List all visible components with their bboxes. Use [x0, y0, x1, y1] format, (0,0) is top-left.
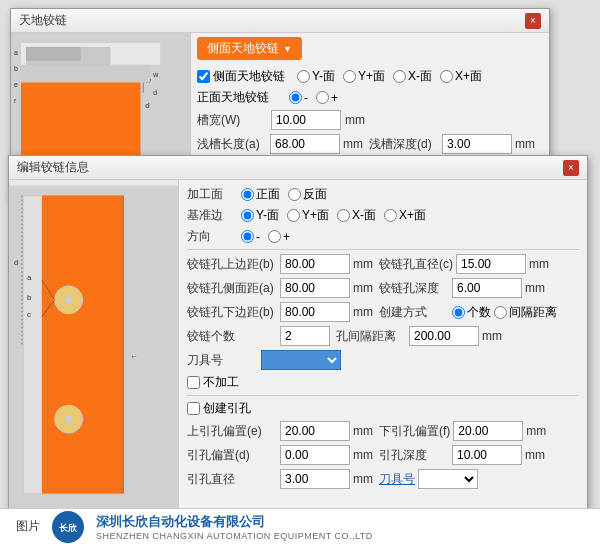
create-hole-row: 创建引孔: [187, 400, 579, 417]
top-dist-input[interactable]: [280, 254, 350, 274]
spacing-col: 孔间隔距离 mm: [336, 326, 502, 346]
base-y-minus[interactable]: Y-面: [241, 207, 279, 224]
face-y-plus-label: Y+面: [358, 68, 385, 85]
dia-col: 铰链孔直径(c) mm: [379, 254, 549, 274]
a-label: 浅槽长度(a): [197, 136, 267, 153]
bottom-bar: 图片 长欣 深圳长欣自动化设备有限公司 SHENZHEN CHANGXIN AU…: [0, 508, 600, 544]
guide-offset-label: 引孔偏置(d): [187, 447, 277, 464]
svg-text:a: a: [27, 273, 32, 282]
bottom-window: 编辑铰链信息 × d a b c: [8, 155, 588, 530]
bottom-diagram-svg: d a b c ← TnE: [9, 180, 178, 529]
base-row: 基准边 Y-面 Y+面 X-面: [187, 207, 579, 224]
bot-tool-select[interactable]: [261, 350, 341, 370]
dir-label: 方向: [187, 228, 237, 245]
depth-label: 铰链孔深度: [379, 280, 449, 297]
guide-dia-input[interactable]: [280, 469, 350, 489]
top-window-title: 天地铰链: [19, 12, 67, 29]
guide-offset-input[interactable]: [280, 445, 350, 465]
bot-offset-col: 下引孔偏置(f) mm: [379, 421, 546, 441]
company-name-block: 深圳长欣自动化设备有限公司 SHENZHEN CHANGXIN AUTOMATI…: [96, 513, 373, 541]
tool-link[interactable]: 刀具号: [379, 471, 415, 488]
guide-depth-unit: mm: [525, 448, 545, 462]
top-dist-unit: mm: [353, 257, 373, 271]
guide-tool-select[interactable]: [418, 469, 478, 489]
top-dist-dia-row: 铰链孔上边距(b) mm 铰链孔直径(c) mm: [187, 254, 579, 274]
create-count-radio[interactable]: 个数: [452, 304, 491, 321]
spacing-input[interactable]: [409, 326, 479, 346]
svg-rect-25: [24, 195, 42, 493]
no-process-checkbox[interactable]: [187, 376, 200, 389]
top-window-close[interactable]: ×: [525, 13, 541, 29]
create-spacing-radio[interactable]: 间隔距离: [494, 304, 557, 321]
base-x-plus[interactable]: X+面: [384, 207, 426, 224]
bot-dist-col: 铰链孔下边距(b) mm: [187, 302, 373, 322]
base-x-minus[interactable]: X-面: [337, 207, 376, 224]
svg-text:e: e: [14, 81, 18, 88]
guide-dia-unit: mm: [353, 472, 373, 486]
base-y-plus[interactable]: Y+面: [287, 207, 329, 224]
no-process-checkbox-label[interactable]: 不加工: [187, 374, 239, 391]
side-dist-label: 铰链孔侧面距(a): [187, 280, 277, 297]
dia-label: 铰链孔直径(c): [379, 256, 453, 273]
create-hole-label: 创建引孔: [203, 400, 251, 417]
face-y-plus[interactable]: Y+面: [343, 68, 385, 85]
side-hinge-checkbox-label[interactable]: 侧面天地铰链: [197, 68, 285, 85]
depth-input[interactable]: [452, 278, 522, 298]
create-hole-checkbox[interactable]: [187, 402, 200, 415]
d-input[interactable]: [442, 134, 512, 154]
top-offset-input[interactable]: [280, 421, 350, 441]
side-dist-col: 铰链孔侧面距(a) mm: [187, 278, 373, 298]
w-input[interactable]: [271, 110, 341, 130]
bottom-window-title: 编辑铰链信息: [17, 159, 89, 176]
process-row: 加工面 正面 反面: [187, 186, 579, 203]
divider-2: [187, 395, 579, 396]
create-label: 创建方式: [379, 304, 449, 321]
svg-point-29: [65, 296, 73, 304]
svg-text:b: b: [27, 293, 32, 302]
top-offset-unit: mm: [353, 424, 373, 438]
no-process-label: 不加工: [203, 374, 239, 391]
guide-offset-col: 引孔偏置(d) mm: [187, 445, 373, 465]
guide-depth-input[interactable]: [452, 445, 522, 465]
dir-plus[interactable]: +: [316, 91, 338, 105]
face-y-minus[interactable]: Y-面: [297, 68, 335, 85]
side-dist-input[interactable]: [280, 278, 350, 298]
count-input[interactable]: [280, 326, 330, 346]
svg-text:b: b: [14, 65, 18, 72]
create-hole-checkbox-label[interactable]: 创建引孔: [187, 400, 251, 417]
base-y-plus-label: Y+面: [302, 207, 329, 224]
guide-offset-unit: mm: [353, 448, 373, 462]
bot-dist-create-row: 铰链孔下边距(b) mm 创建方式 个数 间隔距离: [187, 302, 579, 322]
depth-col: 铰链孔深度 mm: [379, 278, 545, 298]
create-count-label: 个数: [467, 304, 491, 321]
bottom-window-close[interactable]: ×: [563, 160, 579, 176]
bot-dist-label: 铰链孔下边距(b): [187, 304, 277, 321]
bot-offset-input[interactable]: [453, 421, 523, 441]
face-y-minus-label: Y-面: [312, 68, 335, 85]
bot-dist-input[interactable]: [280, 302, 350, 322]
depth-unit: mm: [525, 281, 545, 295]
w-unit: mm: [345, 113, 365, 127]
create-spacing-label: 间隔距离: [509, 304, 557, 321]
guide-depth-col: 引孔深度 mm: [379, 445, 545, 465]
face-x-minus[interactable]: X-面: [393, 68, 432, 85]
process-back-radio[interactable]: 反面: [288, 186, 327, 203]
bot-dir-plus[interactable]: +: [268, 230, 290, 244]
svg-text:a: a: [14, 49, 18, 56]
top-dist-col: 铰链孔上边距(b) mm: [187, 254, 373, 274]
bottom-window-right-panel: 加工面 正面 反面 基准边: [179, 180, 587, 529]
side-hinge-checkbox[interactable]: [197, 70, 210, 83]
dropdown-tab[interactable]: 侧面天地铰链: [197, 37, 302, 60]
base-x-minus-label: X-面: [352, 207, 376, 224]
process-front-radio[interactable]: 正面: [241, 186, 280, 203]
a-input[interactable]: [270, 134, 340, 154]
dir-minus[interactable]: -: [289, 91, 308, 105]
svg-text:d: d: [145, 101, 149, 110]
bot-offset-label: 下引孔偏置(f): [379, 423, 450, 440]
bot-dir-minus[interactable]: -: [241, 230, 260, 244]
dia-input[interactable]: [456, 254, 526, 274]
bot-dist-unit: mm: [353, 305, 373, 319]
company-logo: 长欣: [52, 511, 84, 543]
top-offset-label: 上引孔偏置(e): [187, 423, 277, 440]
face-x-plus[interactable]: X+面: [440, 68, 482, 85]
